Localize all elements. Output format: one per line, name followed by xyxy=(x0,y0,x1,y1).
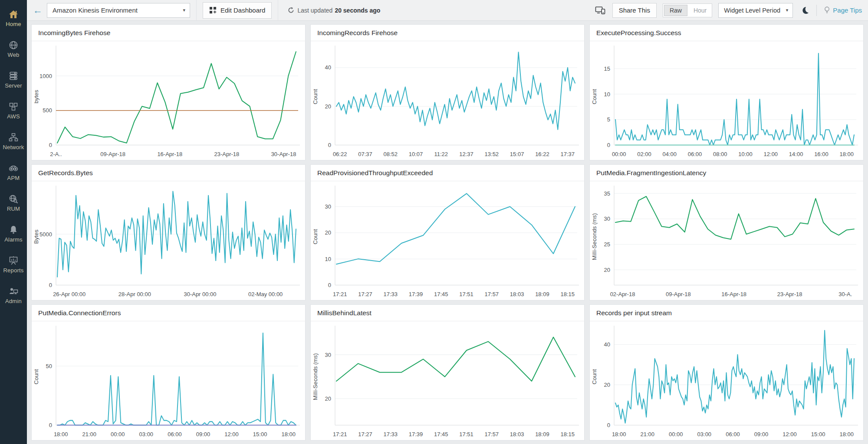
svg-text:15:00: 15:00 xyxy=(253,431,267,437)
svg-text:17:21: 17:21 xyxy=(333,291,347,297)
report-board-icon xyxy=(8,255,19,266)
line-chart[interactable]: 051015Count00:0002:0004:0006:0008:0010:0… xyxy=(590,41,863,160)
page-tips-link[interactable]: Page Tips xyxy=(824,6,862,14)
svg-text:07:37: 07:37 xyxy=(358,151,372,157)
sidebar-item-home[interactable]: Home xyxy=(0,3,27,33)
dashboard-grid-icon xyxy=(209,7,217,14)
granularity-raw-option[interactable]: Raw xyxy=(664,5,687,16)
granularity-hour-option[interactable]: Hour xyxy=(688,4,712,17)
svg-text:10:07: 10:07 xyxy=(409,151,423,157)
chevron-down-icon: ▾ xyxy=(786,7,789,13)
line-chart[interactable]: 02040Count06:2207:3708:5210:0711:2212:37… xyxy=(311,41,584,160)
line-chart[interactable]: 02040Count18:0021:0000:0003:0006:0009:00… xyxy=(590,321,863,440)
sidebar-item-label: Web xyxy=(7,52,19,58)
svg-text:11:22: 11:22 xyxy=(434,151,448,157)
sidebar-item-reports[interactable]: Reports xyxy=(0,249,27,280)
svg-text:08:52: 08:52 xyxy=(383,151,397,157)
line-chart[interactable]: 0102030Count17:2117:2717:3317:3917:4517:… xyxy=(311,181,584,300)
chart-title: ReadProvisionedThroughputExceeded xyxy=(311,165,584,181)
svg-text:18:03: 18:03 xyxy=(510,291,524,297)
svg-text:09:00: 09:00 xyxy=(754,431,768,437)
svg-text:0: 0 xyxy=(49,282,52,288)
sidebar-item-label: AWS xyxy=(7,113,20,120)
sidebar-item-label: Reports xyxy=(3,267,24,274)
svg-text:16:00: 16:00 xyxy=(814,151,828,157)
refresh-icon[interactable] xyxy=(288,7,294,13)
sidebar-item-apm[interactable]: APM xyxy=(0,157,27,187)
svg-text:17:51: 17:51 xyxy=(459,291,473,297)
svg-text:23-Apr-18: 23-Apr-18 xyxy=(777,291,802,297)
svg-text:06:00: 06:00 xyxy=(688,151,702,157)
svg-text:Count: Count xyxy=(312,89,319,104)
svg-text:40: 40 xyxy=(604,341,610,348)
svg-text:03:00: 03:00 xyxy=(139,431,153,437)
svg-text:21:00: 21:00 xyxy=(82,431,96,437)
sidebar-item-server[interactable]: Server xyxy=(0,64,27,95)
dashboard-select[interactable]: Amazon Kinesis Environment ▾ xyxy=(47,3,190,18)
svg-text:30: 30 xyxy=(325,352,331,358)
svg-text:17:33: 17:33 xyxy=(383,291,397,297)
svg-text:Milli-Seconds (ms): Milli-Seconds (ms) xyxy=(591,213,598,260)
share-this-button[interactable]: Share This xyxy=(612,3,657,18)
svg-text:17:51: 17:51 xyxy=(459,431,473,437)
dashboard-grid: IncomingBytes Firehose 05001000bytes2-A.… xyxy=(27,21,868,444)
svg-text:21:00: 21:00 xyxy=(640,431,654,437)
sidebar-item-rum[interactable]: RUM xyxy=(0,187,27,218)
line-chart[interactable]: 050Count18:0021:0000:0003:0006:0009:0012… xyxy=(32,321,305,440)
widget-level-period-select[interactable]: Widget Level Period ▾ xyxy=(718,3,793,18)
svg-text:18:00: 18:00 xyxy=(839,431,853,437)
toolbar-separator xyxy=(196,0,197,21)
svg-text:03:00: 03:00 xyxy=(697,431,711,437)
svg-text:00:00: 00:00 xyxy=(669,431,683,437)
topbar: ← Amazon Kinesis Environment ▾ Edit Dash… xyxy=(27,0,868,21)
svg-text:17:57: 17:57 xyxy=(485,431,499,437)
svg-text:08:00: 08:00 xyxy=(713,151,727,157)
devices-icon[interactable] xyxy=(595,6,605,15)
svg-text:15:00: 15:00 xyxy=(811,431,825,437)
sidebar-item-aws[interactable]: AWS xyxy=(0,95,27,126)
dark-mode-moon-icon[interactable] xyxy=(801,6,809,15)
svg-text:12:37: 12:37 xyxy=(459,151,473,157)
svg-text:06:00: 06:00 xyxy=(726,431,740,437)
svg-text:30-A.: 30-A. xyxy=(838,291,852,297)
line-chart[interactable]: 05000Bytes26-Apr 00:0028-Apr 00:0030-Apr… xyxy=(32,181,305,300)
sidebar-item-network[interactable]: Network xyxy=(0,126,27,157)
chart-title: PutMedia.FragmentIngestionLatency xyxy=(590,165,863,181)
sidebar-item-label: Admin xyxy=(5,298,22,304)
line-chart[interactable]: 2030Milli-Seconds (ms)17:2117:2717:3317:… xyxy=(311,321,584,440)
svg-text:18:15: 18:15 xyxy=(560,291,574,297)
svg-text:17:33: 17:33 xyxy=(383,431,397,437)
last-updated: Last updated 20 seconds ago xyxy=(288,7,380,14)
line-chart[interactable]: 20253035Milli-Seconds (ms)02-Apr-1809-Ap… xyxy=(590,181,863,300)
svg-text:10: 10 xyxy=(325,256,331,262)
svg-text:16-Apr-18: 16-Apr-18 xyxy=(157,151,182,157)
svg-text:50: 50 xyxy=(46,363,52,369)
sidebar-item-admin[interactable]: Admin xyxy=(0,280,27,310)
edit-dashboard-button[interactable]: Edit Dashboard xyxy=(203,2,272,19)
svg-text:40: 40 xyxy=(325,64,331,71)
home-icon xyxy=(8,9,19,20)
svg-text:17:39: 17:39 xyxy=(409,291,423,297)
svg-text:30-Apr 00:00: 30-Apr 00:00 xyxy=(184,291,216,297)
chart-title: MillisBehindLatest xyxy=(311,305,584,321)
svg-text:18:15: 18:15 xyxy=(560,431,574,437)
sidebar-item-alarms[interactable]: Alarms xyxy=(0,218,27,249)
svg-text:12:00: 12:00 xyxy=(224,431,238,437)
chart-card-putmedia-fragmentingestionlatency: PutMedia.FragmentIngestionLatency 202530… xyxy=(589,164,864,300)
svg-text:14:00: 14:00 xyxy=(789,151,803,157)
chart-title: PutMedia.ConnectionErrors xyxy=(32,305,305,321)
back-arrow-icon[interactable]: ← xyxy=(33,6,43,15)
svg-text:10:00: 10:00 xyxy=(738,151,752,157)
line-chart[interactable]: 05001000bytes2-A..09-Apr-1816-Apr-1823-A… xyxy=(32,41,305,160)
svg-text:18:00: 18:00 xyxy=(54,431,68,437)
svg-text:0: 0 xyxy=(49,142,52,148)
sidebar-item-web[interactable]: Web xyxy=(0,33,27,64)
svg-text:30: 30 xyxy=(604,215,610,222)
svg-text:28-Apr 00:00: 28-Apr 00:00 xyxy=(118,291,151,297)
svg-text:17:27: 17:27 xyxy=(358,431,372,437)
svg-text:26-Apr 00:00: 26-Apr 00:00 xyxy=(53,291,85,297)
svg-text:18:09: 18:09 xyxy=(535,291,549,297)
separator xyxy=(816,5,817,16)
svg-text:0: 0 xyxy=(607,142,610,148)
svg-text:23-Apr-18: 23-Apr-18 xyxy=(214,151,240,157)
